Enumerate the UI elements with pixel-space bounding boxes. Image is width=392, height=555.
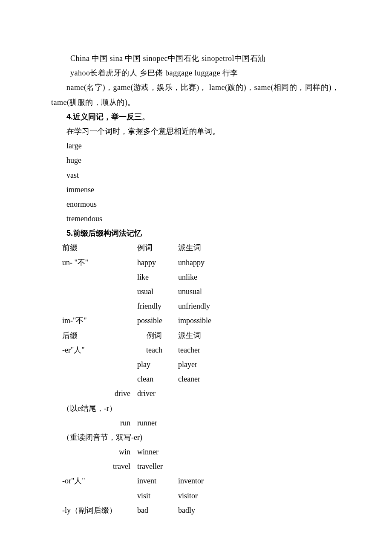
cell-example: visit	[134, 489, 175, 503]
section-5-title: 5.前缀后缀构词法记忆	[51, 226, 341, 240]
cell-example: travel	[59, 459, 134, 474]
header-derived-2: 派生词	[175, 328, 224, 343]
cell-derived: impossible	[175, 313, 224, 328]
synonym-enormous: enormous	[51, 197, 341, 211]
cell-derived: unhappy	[175, 255, 224, 270]
table-row: win winner	[59, 445, 224, 459]
table-row: friendly unfriendly	[59, 299, 224, 313]
cell-example: usual	[134, 284, 175, 299]
suffix-ly: -ly（副词后缀）	[59, 503, 134, 517]
table-row: 前缀 例词 派生词	[59, 240, 224, 255]
table-row: 后缀 例词 派生词	[59, 328, 224, 343]
section-4-title: 4.近义同记，举一反三。	[51, 110, 341, 124]
affix-table: 前缀 例词 派生词 un- "不" happy unhappy like unl…	[59, 240, 224, 517]
table-row: -er"人" teach teacher	[59, 343, 224, 357]
cell-derived: winner	[134, 445, 175, 459]
section-4-desc: 在学习一个词时，掌握多个意思相近的单词。	[51, 124, 341, 139]
cell-derived: badly	[175, 503, 224, 517]
cell-example: clean	[134, 372, 175, 386]
cell-derived: unlike	[175, 270, 224, 284]
cell-example: possible	[134, 313, 175, 328]
table-row: un- "不" happy unhappy	[59, 255, 224, 270]
table-row: （重读闭音节，双写-er)	[59, 430, 224, 445]
cell-derived: cleaner	[175, 372, 224, 386]
cell-derived: driver	[134, 386, 175, 401]
cell-example: win	[59, 445, 134, 459]
note-double-consonant: （重读闭音节，双写-er)	[59, 430, 224, 445]
cell-derived: traveller	[134, 459, 175, 474]
cell-derived: player	[175, 357, 224, 372]
cell-example: invent	[134, 474, 175, 488]
cell-example: play	[134, 357, 175, 372]
header-suffix: 后缀	[59, 328, 134, 343]
note-e-ending: （以e结尾，-r）	[59, 401, 224, 416]
cell-example: friendly	[134, 299, 175, 313]
header-example-2: 例词	[134, 328, 175, 343]
suffix-er: -er"人"	[59, 343, 134, 357]
cell-example: happy	[134, 255, 175, 270]
table-row: -ly（副词后缀） bad badly	[59, 503, 224, 517]
header-example: 例词	[134, 240, 175, 255]
cell-derived: runner	[134, 416, 175, 430]
cell-example: teach	[134, 343, 175, 357]
synonym-large: large	[51, 139, 341, 153]
synonym-vast: vast	[51, 168, 341, 182]
table-row: usual unusual	[59, 284, 224, 299]
table-row: -or"人" invent inventor	[59, 474, 224, 488]
cell-derived: visitor	[175, 489, 224, 503]
table-row: run runner	[59, 416, 224, 430]
suffix-or: -or"人"	[59, 474, 134, 488]
table-row: im-"不" possible impossible	[59, 313, 224, 328]
synonym-huge: huge	[51, 153, 341, 168]
cell-derived: teacher	[175, 343, 224, 357]
table-row: play player	[59, 357, 224, 372]
table-row: drive driver	[59, 386, 224, 401]
table-row: travel traveller	[59, 459, 224, 474]
cell-example: drive	[59, 386, 134, 401]
header-derived: 派生词	[175, 240, 224, 255]
table-row: clean cleaner	[59, 372, 224, 386]
synonym-immense: immense	[51, 182, 341, 197]
cell-derived: unfriendly	[175, 299, 224, 313]
prefix-un: un- "不"	[59, 255, 134, 270]
synonym-tremendous: tremendous	[51, 211, 341, 226]
cell-example: run	[59, 416, 134, 430]
prefix-im: im-"不"	[59, 313, 134, 328]
table-row: like unlike	[59, 270, 224, 284]
table-row: visit visitor	[59, 489, 224, 503]
header-prefix: 前缀	[59, 240, 134, 255]
line-vocab-3: name(名字)，game(游戏，娱乐，比赛)， lame(跛的)，same(相…	[51, 80, 341, 109]
cell-example: bad	[134, 503, 175, 517]
line-vocab-1: China 中国 sina 中国 sinopec中国石化 sinopetrol中…	[51, 51, 341, 66]
table-row: （以e结尾，-r）	[59, 401, 224, 416]
cell-derived: unusual	[175, 284, 224, 299]
cell-example: like	[134, 270, 175, 284]
cell-derived: inventor	[175, 474, 224, 488]
line-vocab-2: yahoo长着虎牙的人 乡巴佬 baggage luggage 行李	[51, 66, 341, 80]
